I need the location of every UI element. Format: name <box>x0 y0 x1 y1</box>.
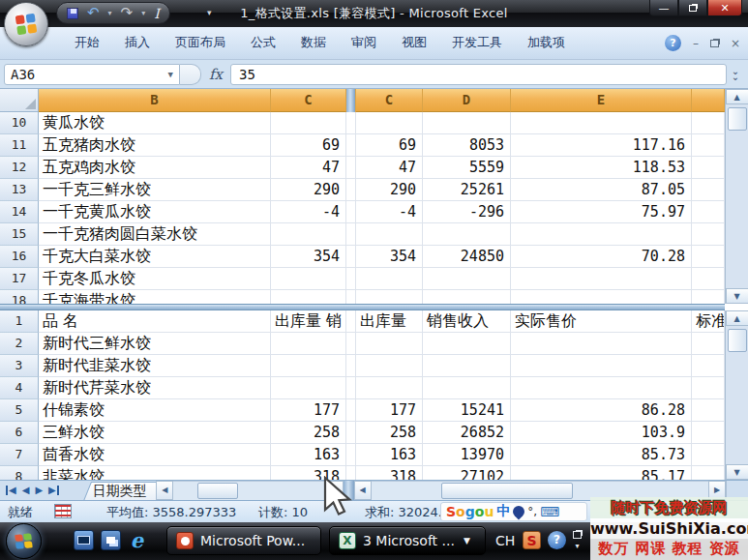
column-header-B[interactable]: B <box>39 89 271 112</box>
cell[interactable]: 75.97 <box>511 201 692 223</box>
select-all-corner[interactable] <box>0 89 39 112</box>
vertical-split-bar[interactable] <box>346 112 356 134</box>
cell[interactable]: 177 <box>356 399 423 422</box>
cell[interactable] <box>423 268 511 290</box>
sheet-tab[interactable]: 日期类型 <box>83 481 157 500</box>
horizontal-split-bar[interactable] <box>0 304 725 310</box>
ribbon-tab-3[interactable]: 公式 <box>238 27 288 59</box>
cell[interactable]: 五克猪肉水饺 <box>39 134 271 157</box>
vertical-split-bar[interactable] <box>346 223 356 246</box>
cell[interactable] <box>692 157 725 179</box>
cell[interactable]: 118.53 <box>511 157 692 179</box>
show-desktop-icon[interactable] <box>74 530 94 550</box>
row-header[interactable]: 8 <box>0 466 39 480</box>
vertical-split-bar[interactable] <box>346 444 356 466</box>
macro-record-icon[interactable] <box>54 504 72 518</box>
cell[interactable] <box>511 333 692 355</box>
cell[interactable] <box>692 377 725 399</box>
column-header-F-partial[interactable] <box>692 89 725 112</box>
office-button[interactable] <box>4 2 48 46</box>
row-header[interactable]: 5 <box>0 399 39 422</box>
cell[interactable]: 黄瓜水饺 <box>39 112 271 134</box>
cell[interactable]: -4 <box>356 201 423 223</box>
cell[interactable]: 千克冬瓜水饺 <box>39 268 271 290</box>
last-sheet-icon[interactable]: ▶ <box>48 486 59 495</box>
vertical-split-bar[interactable] <box>346 157 356 179</box>
cell[interactable] <box>692 223 725 246</box>
vertical-split-bar[interactable] <box>346 268 356 290</box>
ribbon-tab-6[interactable]: 视图 <box>389 27 439 59</box>
row-header[interactable]: 18 <box>0 290 39 304</box>
language-bar-options[interactable]: ▾ <box>573 530 582 550</box>
cell[interactable] <box>356 223 423 246</box>
cell[interactable]: 354 <box>271 246 346 268</box>
ribbon-tab-1[interactable]: 插入 <box>112 27 163 59</box>
ribbon-tab-0[interactable]: 开始 <box>62 27 112 59</box>
cell[interactable] <box>356 290 423 304</box>
row-header[interactable]: 14 <box>0 201 39 223</box>
cell[interactable]: 258 <box>356 422 423 444</box>
cell[interactable] <box>692 444 725 466</box>
cell[interactable]: 什锦素饺 <box>39 399 271 422</box>
language-indicator[interactable]: CH <box>495 533 515 548</box>
row-header[interactable]: 12 <box>0 157 39 179</box>
cell[interactable]: 163 <box>271 444 346 466</box>
ribbon-tab-5[interactable]: 审阅 <box>339 27 389 59</box>
restore-button[interactable] <box>678 0 707 16</box>
cell[interactable] <box>692 290 725 304</box>
prev-sheet-icon[interactable]: ◀ <box>22 486 30 495</box>
vertical-split-bar[interactable] <box>346 377 356 399</box>
cell[interactable]: 出库量 销 <box>271 310 346 333</box>
help-icon[interactable]: ? <box>665 35 681 51</box>
sogou-skin-icon[interactable] <box>511 504 527 520</box>
taskbar-group-dropdown-icon[interactable]: ▼ <box>464 536 470 545</box>
cell[interactable]: 86.28 <box>511 399 692 422</box>
hscroll-thumb-left-pane[interactable] <box>197 483 238 499</box>
cell[interactable]: 韭菜水饺 <box>39 466 271 480</box>
ribbon-tab-4[interactable]: 数据 <box>288 27 339 59</box>
soft-keyboard-icon[interactable]: ⌨ <box>540 504 559 519</box>
cell[interactable]: 354 <box>356 246 423 268</box>
vertical-split-bar[interactable] <box>346 201 356 223</box>
cell[interactable] <box>271 268 346 290</box>
cell[interactable]: 85.73 <box>511 444 692 466</box>
sogou-tray-icon[interactable]: S <box>523 531 541 549</box>
cell[interactable]: 70.28 <box>511 246 692 268</box>
vertical-split-bar[interactable] <box>346 399 356 422</box>
cell[interactable]: 85.17 <box>511 466 692 480</box>
column-header-D[interactable]: D <box>423 89 511 112</box>
row-header[interactable]: 10 <box>0 112 39 134</box>
cell[interactable]: 163 <box>356 444 423 466</box>
row-header[interactable]: 16 <box>0 246 39 268</box>
cell[interactable] <box>511 268 692 290</box>
cell[interactable] <box>692 466 725 480</box>
column-header-C[interactable]: C <box>356 89 423 112</box>
cell[interactable] <box>356 268 423 290</box>
hscroll-right-arrow-left-pane[interactable]: ▶ <box>326 481 344 500</box>
cell[interactable] <box>271 377 346 399</box>
sogou-input-bar[interactable]: Sogou 中 °, ⌨ <box>440 502 587 521</box>
cell[interactable]: 177 <box>271 399 346 422</box>
cell[interactable]: 新时代三鲜水饺 <box>39 333 271 355</box>
cell[interactable]: 出库量 <box>356 310 423 333</box>
cell[interactable]: 69 <box>271 134 346 157</box>
tray-help-icon[interactable]: ? <box>548 531 566 549</box>
vertical-split-bar[interactable] <box>346 89 356 112</box>
cell[interactable] <box>356 333 423 355</box>
cell[interactable]: 实际售价 <box>511 310 692 333</box>
cell[interactable]: 103.9 <box>511 422 692 444</box>
cell[interactable]: 五克鸡肉水饺 <box>39 157 271 179</box>
row-header[interactable]: 6 <box>0 422 39 444</box>
hscroll-thumb-right-pane[interactable] <box>441 483 573 499</box>
cell[interactable]: 三鲜水饺 <box>39 422 271 444</box>
row-header[interactable]: 15 <box>0 223 39 246</box>
workbook-minimize-button[interactable]: – <box>693 38 699 49</box>
sogou-mode-chinese[interactable]: 中 <box>496 503 510 520</box>
cell[interactable]: 销售收入 <box>423 310 511 333</box>
cell[interactable]: 47 <box>356 157 423 179</box>
close-button[interactable]: ✕ <box>707 0 742 16</box>
cell[interactable] <box>692 201 725 223</box>
row-header[interactable]: 3 <box>0 355 39 377</box>
hscroll-track-left-pane[interactable] <box>173 481 325 500</box>
row-header[interactable]: 2 <box>0 333 39 355</box>
